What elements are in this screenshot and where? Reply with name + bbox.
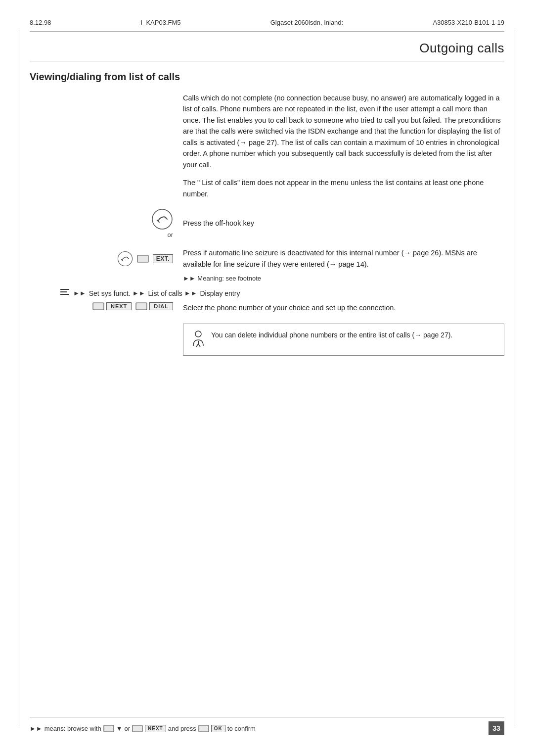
buttons-description: Select the phone number of your choice a… [183, 304, 396, 312]
footer-next-button: NEXT [145, 725, 166, 732]
intro-paragraph: Calls which do not complete (no connecti… [183, 93, 504, 170]
button-line-dial-icon [135, 302, 147, 310]
step2-row: EXT. Press if automatic line seizure is … [30, 247, 504, 270]
svg-point-1 [118, 251, 132, 266]
svg-rect-12 [104, 725, 114, 732]
footer: ►► means: browse with ▼ or NEXT and pres… [30, 721, 504, 735]
footer-ok-button: OK [211, 725, 225, 732]
intro-right: Calls which do not complete (no connecti… [183, 93, 504, 199]
nav-arrow1: ►► [73, 289, 86, 297]
buttons-row: NEXT DIAL Select the phone number of you… [30, 302, 504, 313]
dial-button[interactable]: DIAL [149, 302, 173, 310]
button-rect-next-wrapper: NEXT [92, 302, 132, 310]
phone-small-icon [117, 251, 133, 267]
svg-rect-14 [199, 725, 209, 732]
section-heading: Viewing/dialing from list of calls [0, 61, 534, 83]
ext-button[interactable]: EXT. [153, 254, 173, 263]
step1-row: or Press the off-hook key [30, 208, 504, 238]
footer-down-arrow: ▼ [116, 725, 123, 732]
header-file: I_KAP03.FM5 [141, 19, 181, 26]
meaning-label: ►► Meaning: see footnote [30, 275, 504, 282]
button-line-icon [137, 255, 149, 263]
svg-line-10 [196, 344, 198, 347]
page: 8.12.98 I_KAP03.FM5 Gigaset 2060isdn, In… [0, 0, 534, 756]
margin-line-left [19, 30, 19, 726]
svg-rect-2 [137, 255, 148, 262]
step1-icon-area: or [30, 208, 183, 238]
footer-divider [30, 717, 504, 717]
svg-rect-3 [60, 289, 69, 290]
footer-next-icon [132, 725, 143, 732]
page-title: Outgoing calls [419, 41, 504, 56]
button-rect-dial-wrapper: DIAL [135, 302, 173, 310]
or-label: or [167, 231, 173, 238]
svg-point-8 [195, 331, 201, 337]
person-icon [191, 330, 205, 348]
note-box: You can delete individual phone numbers … [183, 324, 504, 356]
note-box-icon-wrapper [191, 330, 205, 349]
content-area: Calls which do not complete (no connecti… [0, 83, 534, 356]
footer-text2: or [125, 725, 131, 732]
nav-item2: List of calls [148, 289, 182, 297]
svg-point-0 [152, 209, 172, 229]
menu-icon [59, 287, 70, 299]
button-line-next-icon [92, 302, 104, 310]
svg-line-11 [198, 344, 200, 347]
svg-rect-5 [60, 294, 69, 295]
menu-lines-icon [59, 287, 70, 298]
browse-button-icon [103, 725, 114, 732]
intro-left [30, 93, 183, 199]
nav-breadcrumb: ►► Set sys funct. ►► List of calls ►► Di… [59, 287, 240, 299]
intro-row: Calls which do not complete (no connecti… [30, 93, 504, 199]
next-button[interactable]: NEXT [106, 302, 132, 310]
page-number: 33 [489, 721, 504, 735]
svg-rect-7 [136, 303, 147, 310]
page-title-row: Outgoing calls [0, 32, 534, 56]
nav-item3: Display entry [200, 289, 240, 297]
header-meta: 8.12.98 I_KAP03.FM5 Gigaset 2060isdn, In… [0, 0, 534, 26]
buttons-right: Select the phone number of your choice a… [183, 302, 504, 313]
step1-text: Press the off-hook key [183, 218, 504, 229]
note-box-text: You can delete individual phone numbers … [211, 330, 452, 341]
nav-item1: Set sys funct. [89, 289, 131, 297]
footer-text1: means: browse with [44, 725, 101, 732]
footer-text: ►► means: browse with ▼ or NEXT and pres… [30, 725, 256, 732]
step2-text: Press if automatic line seizure is deact… [183, 247, 504, 270]
nav-arrow2: ►► [133, 289, 145, 297]
svg-rect-4 [60, 291, 67, 292]
svg-rect-13 [133, 725, 142, 732]
nav-row: ►► Set sys funct. ►► List of calls ►► Di… [30, 287, 504, 299]
header-date: 8.12.98 [30, 19, 51, 26]
margin-line-right [515, 30, 515, 726]
note-paragraph: The " List of calls" item does not appea… [183, 177, 504, 199]
buttons-left: NEXT DIAL [30, 302, 183, 310]
step2-icon-area: EXT. [30, 251, 183, 267]
footer-arrow: ►► [30, 725, 43, 732]
phone-offhook-icon [151, 208, 173, 230]
step2-icon-row: EXT. [117, 251, 173, 267]
footer-text3: and press [168, 725, 196, 732]
nav-arrow3: ►► [184, 289, 197, 297]
header-device: Gigaset 2060isdn, Inland: [270, 19, 343, 26]
svg-rect-6 [93, 303, 104, 310]
footer-text4: to confirm [227, 725, 256, 732]
header-code: A30853-X210-B101-1-19 [433, 19, 504, 26]
footer-ok-icon [198, 725, 209, 732]
